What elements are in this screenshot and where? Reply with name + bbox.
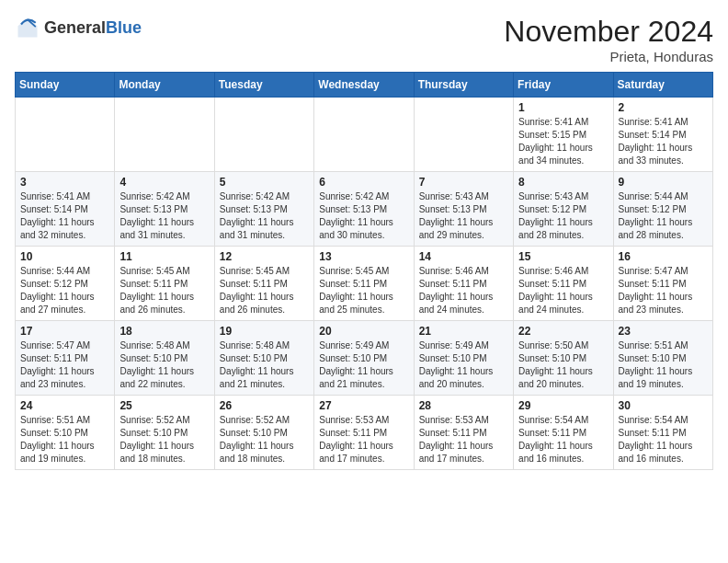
calendar-cell: 15Sunrise: 5:46 AM Sunset: 5:11 PM Dayli… [514,247,613,321]
day-info: Sunrise: 5:41 AM Sunset: 5:14 PM Dayligh… [619,116,708,167]
day-number: 20 [319,325,408,338]
calendar-week-3: 10Sunrise: 5:44 AM Sunset: 5:12 PM Dayli… [16,247,713,321]
day-number: 26 [220,399,309,412]
calendar-cell: 19Sunrise: 5:48 AM Sunset: 5:10 PM Dayli… [214,321,313,396]
calendar-cell [115,98,214,172]
calendar-cell: 28Sunrise: 5:53 AM Sunset: 5:11 PM Dayli… [414,396,513,470]
calendar-cell: 30Sunrise: 5:54 AM Sunset: 5:11 PM Dayli… [613,396,712,470]
month-title: November 2024 [504,15,713,49]
day-number: 10 [20,250,109,263]
day-number: 23 [619,325,708,338]
calendar-cell: 23Sunrise: 5:51 AM Sunset: 5:10 PM Dayli… [613,321,712,396]
day-number: 24 [20,399,109,412]
logo-icon [15,15,40,40]
calendar-cell: 21Sunrise: 5:49 AM Sunset: 5:10 PM Dayli… [414,321,513,396]
day-info: Sunrise: 5:49 AM Sunset: 5:10 PM Dayligh… [419,339,508,391]
day-info: Sunrise: 5:54 AM Sunset: 5:11 PM Dayligh… [619,414,708,465]
calendar-cell: 27Sunrise: 5:53 AM Sunset: 5:11 PM Dayli… [314,396,414,470]
calendar-week-4: 17Sunrise: 5:47 AM Sunset: 5:11 PM Dayli… [16,321,713,396]
day-number: 1 [518,101,608,114]
day-info: Sunrise: 5:47 AM Sunset: 5:11 PM Dayligh… [20,339,109,391]
day-info: Sunrise: 5:45 AM Sunset: 5:11 PM Dayligh… [319,265,408,316]
weekday-header-saturday: Saturday [613,73,712,98]
day-number: 8 [518,176,608,189]
logo-blue: Blue [106,18,142,37]
day-info: Sunrise: 5:51 AM Sunset: 5:10 PM Dayligh… [619,339,708,391]
day-number: 17 [20,325,109,338]
day-number: 25 [119,399,209,412]
day-info: Sunrise: 5:53 AM Sunset: 5:11 PM Dayligh… [319,414,408,465]
calendar-cell: 24Sunrise: 5:51 AM Sunset: 5:10 PM Dayli… [16,396,115,470]
day-info: Sunrise: 5:41 AM Sunset: 5:15 PM Dayligh… [518,116,608,167]
calendar-cell: 5Sunrise: 5:42 AM Sunset: 5:13 PM Daylig… [214,172,313,247]
day-info: Sunrise: 5:54 AM Sunset: 5:11 PM Dayligh… [518,414,608,465]
calendar-cell: 14Sunrise: 5:46 AM Sunset: 5:11 PM Dayli… [414,247,513,321]
calendar-week-5: 24Sunrise: 5:51 AM Sunset: 5:10 PM Dayli… [16,396,713,470]
calendar-cell: 12Sunrise: 5:45 AM Sunset: 5:11 PM Dayli… [214,247,313,321]
calendar-cell: 26Sunrise: 5:52 AM Sunset: 5:10 PM Dayli… [214,396,313,470]
weekday-header-wednesday: Wednesday [314,73,414,98]
weekday-header-tuesday: Tuesday [214,73,313,98]
day-number: 19 [220,325,309,338]
day-info: Sunrise: 5:42 AM Sunset: 5:13 PM Dayligh… [119,190,209,242]
calendar-cell: 20Sunrise: 5:49 AM Sunset: 5:10 PM Dayli… [314,321,414,396]
day-number: 3 [20,176,109,189]
day-number: 22 [518,325,608,338]
calendar-cell: 13Sunrise: 5:45 AM Sunset: 5:11 PM Dayli… [314,247,414,321]
calendar-cell: 9Sunrise: 5:44 AM Sunset: 5:12 PM Daylig… [613,172,712,247]
day-info: Sunrise: 5:47 AM Sunset: 5:11 PM Dayligh… [619,265,708,316]
calendar-cell: 11Sunrise: 5:45 AM Sunset: 5:11 PM Dayli… [115,247,214,321]
calendar-cell: 2Sunrise: 5:41 AM Sunset: 5:14 PM Daylig… [613,98,712,172]
calendar-cell: 7Sunrise: 5:43 AM Sunset: 5:13 PM Daylig… [414,172,513,247]
calendar-cell: 8Sunrise: 5:43 AM Sunset: 5:12 PM Daylig… [514,172,613,247]
day-number: 29 [518,399,608,412]
day-info: Sunrise: 5:43 AM Sunset: 5:13 PM Dayligh… [419,190,508,242]
calendar-cell: 29Sunrise: 5:54 AM Sunset: 5:11 PM Dayli… [514,396,613,470]
day-number: 16 [619,250,708,263]
day-number: 12 [220,250,309,263]
day-info: Sunrise: 5:46 AM Sunset: 5:11 PM Dayligh… [518,265,608,316]
day-info: Sunrise: 5:42 AM Sunset: 5:13 PM Dayligh… [220,190,309,242]
calendar-cell [414,98,513,172]
weekday-header-friday: Friday [514,73,613,98]
title-area: November 2024 Prieta, Honduras [504,15,713,64]
day-number: 5 [220,176,309,189]
day-info: Sunrise: 5:43 AM Sunset: 5:12 PM Dayligh… [518,190,608,242]
day-info: Sunrise: 5:50 AM Sunset: 5:10 PM Dayligh… [518,339,608,391]
logo: GeneralBlue [15,15,142,40]
logo-wordmark: GeneralBlue [44,18,142,38]
day-info: Sunrise: 5:49 AM Sunset: 5:10 PM Dayligh… [319,339,408,391]
calendar-cell: 10Sunrise: 5:44 AM Sunset: 5:12 PM Dayli… [16,247,115,321]
day-info: Sunrise: 5:51 AM Sunset: 5:10 PM Dayligh… [20,414,109,465]
location: Prieta, Honduras [504,49,713,64]
calendar-cell: 3Sunrise: 5:41 AM Sunset: 5:14 PM Daylig… [16,172,115,247]
logo-general: General [44,18,106,37]
day-number: 14 [419,250,508,263]
day-info: Sunrise: 5:42 AM Sunset: 5:13 PM Dayligh… [319,190,408,242]
day-info: Sunrise: 5:44 AM Sunset: 5:12 PM Dayligh… [20,265,109,316]
day-number: 6 [319,176,408,189]
calendar-cell [16,98,115,172]
calendar-cell: 17Sunrise: 5:47 AM Sunset: 5:11 PM Dayli… [16,321,115,396]
weekday-header-thursday: Thursday [414,73,513,98]
calendar-cell: 1Sunrise: 5:41 AM Sunset: 5:15 PM Daylig… [514,98,613,172]
day-info: Sunrise: 5:46 AM Sunset: 5:11 PM Dayligh… [419,265,508,316]
day-info: Sunrise: 5:48 AM Sunset: 5:10 PM Dayligh… [220,339,309,391]
day-info: Sunrise: 5:48 AM Sunset: 5:10 PM Dayligh… [119,339,209,391]
day-number: 21 [419,325,508,338]
day-info: Sunrise: 5:53 AM Sunset: 5:11 PM Dayligh… [419,414,508,465]
day-number: 7 [419,176,508,189]
weekday-header-monday: Monday [115,73,214,98]
calendar-cell: 4Sunrise: 5:42 AM Sunset: 5:13 PM Daylig… [115,172,214,247]
calendar-week-1: 1Sunrise: 5:41 AM Sunset: 5:15 PM Daylig… [16,98,713,172]
day-number: 11 [119,250,209,263]
weekday-header-row: SundayMondayTuesdayWednesdayThursdayFrid… [16,73,713,98]
day-number: 2 [619,101,708,114]
calendar-week-2: 3Sunrise: 5:41 AM Sunset: 5:14 PM Daylig… [16,172,713,247]
day-number: 28 [419,399,508,412]
day-info: Sunrise: 5:45 AM Sunset: 5:11 PM Dayligh… [220,265,309,316]
day-number: 18 [119,325,209,338]
page-header: GeneralBlue November 2024 Prieta, Hondur… [15,15,713,64]
calendar-cell: 16Sunrise: 5:47 AM Sunset: 5:11 PM Dayli… [613,247,712,321]
day-info: Sunrise: 5:44 AM Sunset: 5:12 PM Dayligh… [619,190,708,242]
